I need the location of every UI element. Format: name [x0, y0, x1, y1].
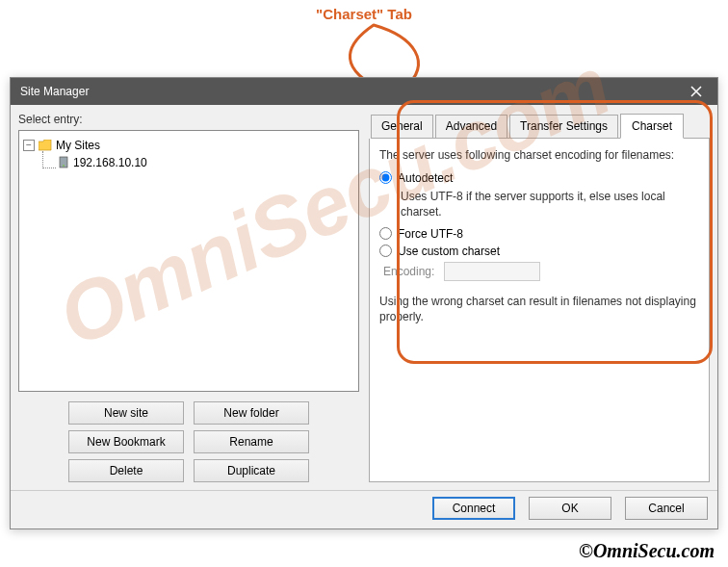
charset-panel: The server uses following charset encodi…	[369, 139, 710, 482]
tree-connector-icon	[42, 151, 56, 168]
tab-advanced[interactable]: Advanced	[435, 115, 507, 138]
radio-use-custom-label: Use custom charset	[398, 245, 500, 258]
radio-autodetect-row[interactable]: Autodetect	[379, 171, 699, 185]
ok-button[interactable]: OK	[529, 497, 611, 520]
radio-forceutf8-row[interactable]: Force UTF-8	[379, 227, 699, 241]
rename-button[interactable]: Rename	[194, 430, 309, 453]
window-title: Site Manager	[20, 85, 89, 98]
charset-intro-text: The server uses following charset encodi…	[379, 148, 699, 164]
tree-root-row[interactable]: − My Sites	[23, 137, 354, 154]
tab-charset[interactable]: Charset	[620, 114, 684, 139]
tree-root-label: My Sites	[56, 139, 100, 152]
tree-item-row[interactable]: 192.168.10.10	[42, 154, 354, 171]
radio-force-utf8-label: Force UTF-8	[398, 227, 463, 241]
tab-transfer-settings[interactable]: Transfer Settings	[509, 115, 618, 138]
tab-general[interactable]: General	[371, 115, 433, 138]
folder-icon	[39, 140, 52, 151]
new-folder-button[interactable]: New folder	[194, 401, 309, 425]
radio-use-custom[interactable]	[379, 245, 392, 257]
site-tree[interactable]: − My Sites 192.168.10.10	[18, 130, 359, 392]
delete-button[interactable]: Delete	[68, 459, 184, 482]
radio-custom-row[interactable]: Use custom charset	[379, 245, 699, 258]
svg-point-1	[63, 165, 65, 167]
select-entry-label: Select entry:	[18, 113, 359, 126]
copyright-text: ©OmniSecu.com	[579, 540, 715, 562]
titlebar: Site Manager	[11, 78, 717, 105]
duplicate-button[interactable]: Duplicate	[194, 459, 309, 482]
server-icon	[58, 156, 69, 169]
close-icon	[690, 86, 702, 97]
tree-collapse-icon[interactable]: −	[23, 140, 35, 151]
charset-warning-text: Using the wrong charset can result in fi…	[379, 295, 699, 324]
encoding-label: Encoding:	[383, 265, 434, 278]
radio-force-utf8[interactable]	[379, 227, 392, 240]
connect-button[interactable]: Connect	[432, 497, 515, 520]
cancel-button[interactable]: Cancel	[625, 497, 708, 520]
tab-strip: General Advanced Transfer Settings Chars…	[371, 113, 710, 139]
dialog-button-row: Connect OK Cancel	[11, 490, 717, 528]
radio-autodetect-label: Autodetect	[398, 171, 453, 185]
tree-item-label: 192.168.10.10	[73, 156, 147, 169]
autodetect-description: Uses UTF-8 if the server supports it, el…	[401, 189, 699, 219]
new-bookmark-button[interactable]: New Bookmark	[68, 430, 184, 453]
new-site-button[interactable]: New site	[68, 401, 184, 425]
close-button[interactable]	[675, 78, 717, 105]
encoding-input	[444, 262, 540, 281]
annotation-label: "Charset" Tab	[0, 6, 728, 22]
radio-autodetect[interactable]	[379, 171, 392, 184]
site-manager-dialog: Site Manager Select entry: − My Sites	[10, 77, 718, 529]
